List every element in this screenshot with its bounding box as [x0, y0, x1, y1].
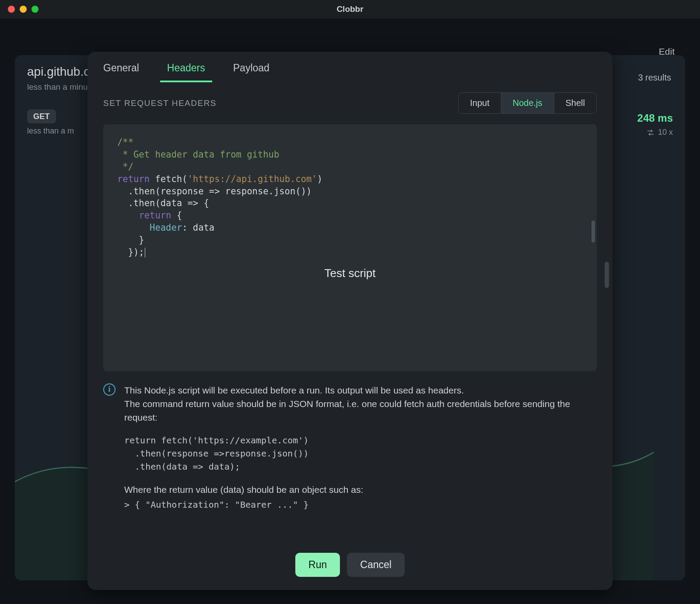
http-method-badge: GET	[27, 109, 56, 123]
info-icon	[103, 383, 116, 396]
results-count-label: 3 results	[638, 73, 671, 83]
modal-tabs: General Headers Payload	[88, 52, 612, 82]
info-box: This Node.js script will be executed bef…	[103, 383, 597, 511]
info-paragraph: This Node.js script will be executed bef…	[124, 383, 597, 397]
segment-nodejs[interactable]: Node.js	[501, 93, 554, 113]
run-button[interactable]: Run	[295, 553, 340, 577]
script-mode-segmented: Input Node.js Shell	[458, 92, 597, 114]
iterations-icon	[647, 130, 654, 136]
fullscreen-window-button[interactable]	[32, 6, 38, 13]
info-code-example: return fetch('https://example.com') .the…	[124, 434, 597, 473]
request-settings-modal: General Headers Payload SET REQUEST HEAD…	[88, 52, 612, 590]
info-text: This Node.js script will be executed bef…	[124, 383, 597, 511]
segment-shell[interactable]: Shell	[554, 93, 596, 113]
info-code-example: > { "Authorization": "Bearer ..." }	[124, 498, 597, 511]
cursor-caret	[145, 248, 145, 257]
tab-headers[interactable]: Headers	[167, 62, 205, 82]
app-title: Clobbr	[336, 4, 363, 14]
latency-value: 248 ms	[637, 112, 673, 124]
window-titlebar: Clobbr	[0, 0, 700, 18]
tab-general[interactable]: General	[103, 62, 139, 82]
tab-payload[interactable]: Payload	[233, 62, 270, 82]
test-script-label: Test script	[117, 259, 583, 280]
cancel-button[interactable]: Cancel	[347, 553, 405, 577]
minimize-window-button[interactable]	[20, 6, 27, 13]
section-title: SET REQUEST HEADERS	[103, 98, 217, 108]
editor-scrollbar-thumb[interactable]	[592, 221, 595, 242]
row-age-label: less than a m	[27, 126, 74, 136]
segment-input[interactable]: Input	[458, 93, 500, 113]
modal-scrollbar-thumb[interactable]	[605, 262, 609, 288]
info-paragraph: Where the return value (data) should be …	[124, 483, 597, 496]
modal-footer: Run Cancel	[88, 542, 612, 590]
modal-body: SET REQUEST HEADERS Input Node.js Shell …	[88, 82, 612, 542]
iteration-count: 10 x	[637, 128, 673, 137]
close-window-button[interactable]	[8, 6, 15, 13]
script-editor[interactable]: /** * Get header data from github */ ret…	[103, 124, 597, 371]
traffic-lights	[0, 6, 38, 13]
info-paragraph: The command return value should be in JS…	[124, 397, 597, 424]
